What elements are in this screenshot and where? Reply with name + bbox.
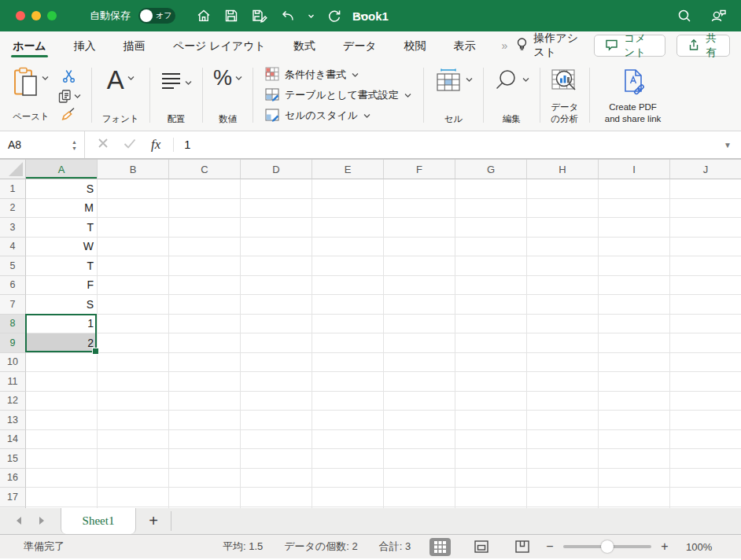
cell-E16[interactable] [312, 469, 384, 488]
undo-menu-chevron-icon[interactable] [308, 13, 315, 20]
column-header-D[interactable]: D [241, 160, 312, 179]
cell-A2[interactable]: M [26, 199, 98, 219]
cell-J18[interactable] [670, 507, 741, 509]
cell-A12[interactable] [26, 392, 98, 411]
cell-I7[interactable] [599, 295, 670, 315]
cell-F11[interactable] [384, 372, 455, 392]
undo-button[interactable] [280, 8, 296, 24]
cell-D8[interactable] [241, 315, 312, 334]
cell-I17[interactable] [599, 488, 670, 507]
cell-G6[interactable] [455, 276, 527, 296]
cell-J7[interactable] [670, 295, 741, 315]
cell-H8[interactable] [527, 315, 599, 334]
cell-C13[interactable] [169, 411, 241, 430]
home-icon[interactable] [196, 8, 212, 24]
insert-function-icon[interactable]: fx [151, 137, 160, 153]
cell-J2[interactable] [670, 199, 741, 219]
cell-I15[interactable] [599, 449, 670, 469]
cell-I13[interactable] [599, 411, 670, 430]
tab-overflow-chevrons[interactable]: » [502, 39, 507, 52]
cell-A8[interactable]: 1 [26, 315, 98, 334]
cell-A1[interactable]: S [26, 179, 98, 199]
zoom-out-button[interactable]: − [544, 540, 555, 554]
row-header-11[interactable]: 11 [0, 372, 26, 392]
cell-F2[interactable] [384, 199, 455, 219]
analyze-data-group[interactable]: データの分析 [543, 60, 587, 131]
cell-H9[interactable] [527, 333, 599, 353]
cell-E10[interactable] [312, 353, 384, 373]
cell-H17[interactable] [527, 488, 599, 507]
cell-B13[interactable] [98, 411, 169, 430]
font-group[interactable]: A フォント [94, 60, 147, 131]
cell-H15[interactable] [527, 449, 599, 469]
cell-I3[interactable] [599, 218, 670, 238]
cell-D10[interactable] [241, 353, 312, 373]
cell-E4[interactable] [312, 238, 384, 257]
add-sheet-button[interactable]: + [136, 508, 171, 534]
cell-C6[interactable] [169, 276, 241, 296]
cell-J15[interactable] [670, 449, 741, 469]
cell-F4[interactable] [384, 238, 455, 257]
cell-D13[interactable] [241, 411, 312, 430]
cell-H13[interactable] [527, 411, 599, 430]
cell-B4[interactable] [98, 238, 169, 257]
cell-E17[interactable] [312, 488, 384, 507]
sheet-tab-Sheet1[interactable]: Sheet1 [61, 508, 136, 534]
cell-J6[interactable] [670, 276, 741, 296]
cell-F9[interactable] [384, 333, 455, 353]
cell-G9[interactable] [455, 333, 527, 353]
cell-E8[interactable] [312, 315, 384, 334]
cell-B10[interactable] [98, 353, 169, 373]
cell-B14[interactable] [98, 430, 169, 450]
cell-D2[interactable] [241, 199, 312, 219]
cell-A11[interactable] [26, 372, 98, 392]
cell-D6[interactable] [241, 276, 312, 296]
formula-input[interactable]: 1 [184, 138, 724, 151]
cell-I8[interactable] [599, 315, 670, 334]
minimize-window-button[interactable] [31, 11, 41, 20]
cell-F12[interactable] [384, 392, 455, 411]
cell-H10[interactable] [527, 353, 599, 373]
cell-G2[interactable] [455, 199, 527, 219]
cell-E1[interactable] [312, 179, 384, 199]
cell-E6[interactable] [312, 276, 384, 296]
comments-button[interactable]: コメント [594, 35, 665, 57]
row-header-10[interactable]: 10 [0, 353, 26, 373]
cell-C2[interactable] [169, 199, 241, 219]
cell-C14[interactable] [169, 430, 241, 450]
sheet-nav-right-icon[interactable] [37, 514, 46, 529]
cell-E3[interactable] [312, 218, 384, 238]
cell-G4[interactable] [455, 238, 527, 257]
cell-J11[interactable] [670, 372, 741, 392]
create-pdf-group[interactable]: Create PDFand share link [592, 60, 671, 131]
column-header-B[interactable]: B [98, 160, 169, 179]
cell-F18[interactable] [384, 507, 455, 509]
cell-A15[interactable] [26, 449, 98, 469]
cell-J12[interactable] [670, 392, 741, 411]
cell-E13[interactable] [312, 411, 384, 430]
cell-I9[interactable] [599, 333, 670, 353]
cell-A3[interactable]: T [26, 218, 98, 238]
cell-G10[interactable] [455, 353, 527, 373]
format-painter-button[interactable] [61, 106, 77, 124]
sheet-nav-left-icon[interactable] [14, 514, 24, 529]
conditional-formatting-button[interactable]: 条件付き書式 [265, 67, 411, 83]
alignment-group[interactable]: 配置 [153, 60, 200, 131]
cell-C3[interactable] [169, 218, 241, 238]
cell-E9[interactable] [312, 333, 384, 353]
cell-G12[interactable] [455, 392, 527, 411]
cell-C9[interactable] [169, 333, 241, 353]
cell-G15[interactable] [455, 449, 527, 469]
row-header-13[interactable]: 13 [0, 411, 26, 430]
row-header-18[interactable]: 18 [0, 507, 26, 509]
row-header-7[interactable]: 7 [0, 295, 26, 315]
cell-G13[interactable] [455, 411, 527, 430]
cell-E15[interactable] [312, 449, 384, 469]
cell-F6[interactable] [384, 276, 455, 296]
tell-me-assist[interactable]: 操作アシスト [515, 31, 583, 60]
cell-B11[interactable] [98, 372, 169, 392]
cell-G1[interactable] [455, 179, 527, 199]
cell-A13[interactable] [26, 411, 98, 430]
cancel-entry-icon[interactable] [98, 138, 109, 152]
cell-J8[interactable] [670, 315, 741, 334]
